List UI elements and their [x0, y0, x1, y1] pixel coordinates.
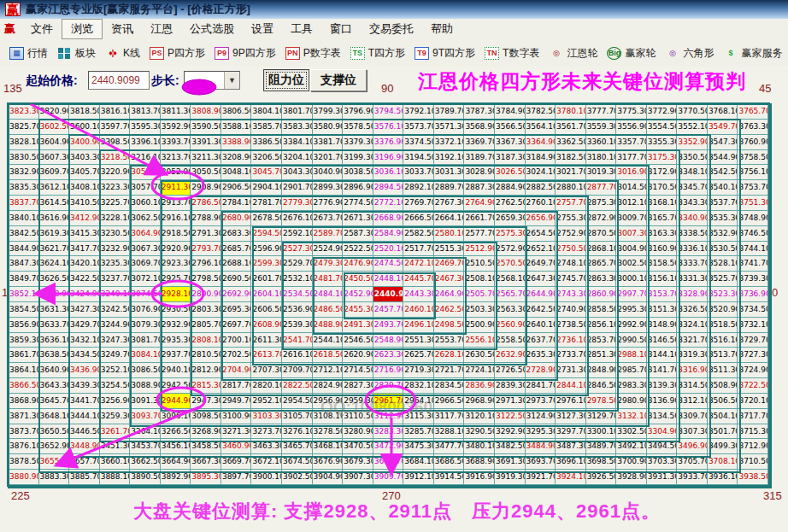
grid-cell-r4c25: 3758.50 [738, 150, 768, 166]
menu-item-文件[interactable]: 文件 [22, 20, 62, 38]
toolbar-item-T数字表[interactable]: TNT数字表 [485, 46, 539, 61]
grid-cell-r8c2: 3616.90 [39, 211, 70, 226]
step-dropdown[interactable]: ▼ [184, 71, 240, 90]
grid-cell-r14c1: 3854.50 [9, 302, 39, 318]
grid-cell-r14c18: 2642.50 [526, 302, 556, 318]
grid-cell-r21c23: 3309.70 [677, 409, 708, 424]
grid-cell-r18c5: 3086.50 [130, 363, 161, 378]
grid-cell-r20c12: 2959.30 [343, 394, 373, 409]
grid-cell-r22c17: 3292.90 [495, 424, 526, 440]
winner-service-icon: $ [723, 47, 738, 60]
grid-cell-r7c14: 2769.70 [403, 196, 434, 211]
menu-item-帮助[interactable]: 帮助 [422, 20, 462, 38]
grid-cell-r13c22: 3153.70 [647, 287, 678, 302]
grid-cell-r24c15: 3686.50 [434, 454, 465, 470]
grid-cell-r25c24: 3936.10 [708, 470, 738, 485]
grid-cell-r24c10: 3674.50 [282, 454, 313, 470]
toolbar-item-板块[interactable]: 板块 [57, 46, 96, 61]
menu-item-资讯[interactable]: 资讯 [103, 20, 142, 38]
grid-cell-r25c10: 3902.50 [282, 470, 313, 485]
grid-cell-r13c17: 2565.70 [495, 287, 526, 302]
grid-cell-r5c12: 3038.50 [343, 165, 373, 180]
chevron-down-icon[interactable]: ▼ [224, 72, 239, 89]
grid-cell-r8c14: 2666.50 [403, 211, 434, 226]
grid-cell-r18c13: 2716.90 [373, 363, 404, 378]
grid-cell-r13c18: 2644.90 [526, 287, 556, 302]
grid-cell-r5c4: 3220.90 [100, 165, 131, 180]
grid-cell-r1c12: 3796.90 [343, 104, 373, 120]
grid-cell-r4c14: 3194.50 [403, 150, 434, 166]
grid-cell-r18c25: 3724.90 [738, 363, 768, 378]
grid-cell-r3c6: 3393.70 [161, 135, 191, 150]
grid-cell-r16c11: 2544.10 [313, 333, 344, 348]
grid-cell-r8c18: 2656.90 [526, 211, 556, 226]
menu-item-工具[interactable]: 工具 [282, 20, 321, 38]
grid-cell-r1c24: 3768.10 [708, 104, 738, 120]
grid-cell-r13c1: 3852.10 [9, 287, 39, 302]
grid-cell-r7c12: 2774.50 [343, 196, 373, 211]
grid-cell-r1c25: 3765.70 [738, 104, 768, 120]
grid-cell-r12c5: 3072.10 [130, 272, 161, 287]
grid-cell-r14c22: 3151.30 [647, 302, 678, 318]
resistance-button[interactable]: 阻力位 [263, 69, 309, 91]
grid-cell-r3c25: 3760.90 [738, 135, 768, 150]
grid-cell-r10c22: 3160.90 [647, 242, 678, 257]
grid-cell-r25c7: 3895.30 [191, 470, 221, 485]
grid-cell-r23c24: 3499.30 [708, 439, 738, 454]
grid-cell-r21c18: 3124.90 [526, 409, 556, 424]
toolbar-item-label: 赢家轮 [625, 46, 656, 61]
grid-cell-r10c3: 3417.70 [69, 242, 100, 257]
grid-cell-r19c7: 2815.30 [191, 378, 221, 394]
grid-cell-r16c6: 2935.30 [161, 333, 191, 348]
grid-cell-r10c23: 3336.10 [677, 242, 708, 257]
toolbar-item-P数字表[interactable]: PNP数字表 [285, 46, 341, 61]
toolbar-item-K线[interactable]: ♦¦♦K线 [105, 46, 140, 61]
grid-cell-r1c22: 3772.90 [647, 104, 678, 120]
grid-cell-r1c21: 3775.30 [616, 104, 647, 120]
toolbar-item-9P四方形[interactable]: P99P四方形 [215, 46, 276, 61]
grid-cell-r19c12: 2827.30 [343, 378, 373, 394]
grid-cell-r1c6: 3811.30 [161, 104, 191, 120]
grid-cell-r17c13: 2623.30 [373, 348, 404, 363]
grid-cell-r2c23: 3552.10 [677, 120, 708, 135]
grid-cell-r8c9: 2678.50 [251, 211, 282, 226]
menu-item-交易委托[interactable]: 交易委托 [361, 20, 422, 38]
time-square-icon: TS [350, 47, 365, 60]
grid-cell-r15c9: 2608.90 [251, 318, 282, 333]
toolbar-item-赢家轮[interactable]: Big赢家轮 [607, 46, 656, 61]
grid-cell-r12c6: 2925.70 [161, 272, 191, 287]
toolbar-item-P四方形[interactable]: PSP四方形 [150, 46, 205, 61]
start-price-input[interactable] [88, 71, 150, 90]
grid-cell-r3c22: 3355.30 [647, 135, 678, 150]
menu-item-浏览[interactable]: 浏览 [62, 19, 103, 39]
grid-cell-r12c8: 2690.50 [221, 272, 252, 287]
toolbar-item-T四方形[interactable]: TST四方形 [350, 46, 405, 61]
grid-cell-r18c2: 3640.90 [39, 363, 70, 378]
grid-cell-r6c12: 2896.90 [343, 180, 373, 196]
grid-cell-r17c3: 3434.50 [69, 348, 100, 363]
grid-cell-r10c16: 2512.90 [464, 242, 495, 257]
grid-cell-r3c5: 3396.10 [130, 135, 161, 150]
grid-cell-r13c23: 3328.90 [677, 287, 708, 302]
menu-item-窗口[interactable]: 窗口 [321, 20, 361, 38]
grid-cell-r1c10: 3801.70 [282, 104, 313, 120]
grid-cell-r10c24: 3530.50 [708, 242, 738, 257]
toolbar-item-六角形[interactable]: ◎六角形 [665, 46, 714, 61]
grid-cell-r21c12: 3110.50 [343, 409, 373, 424]
support-button[interactable]: 支撑位 [310, 69, 367, 91]
toolbar-item-label: 9T四方形 [432, 46, 475, 61]
menu-item-公式选股[interactable]: 公式选股 [181, 20, 243, 38]
toolbar-item-9T四方形[interactable]: T99T四方形 [415, 46, 475, 61]
grid-cell-r14c8: 2695.30 [221, 302, 252, 318]
grid-cell-r9c14: 2582.50 [403, 226, 434, 242]
toolbar-item-赢家服务[interactable]: $赢家服务 [723, 46, 782, 61]
toolbar-item-行情[interactable]: ▦行情 [9, 46, 48, 61]
grid-cell-r24c2: 3655.30 [39, 454, 70, 470]
grid-cell-r4c20: 3180.10 [586, 150, 617, 166]
grid-cell-r2c12: 3578.50 [343, 120, 373, 135]
grid-cell-r12c13: 2448.10 [373, 272, 404, 287]
menu-item-设置[interactable]: 设置 [243, 20, 282, 38]
toolbar-item-江恩轮[interactable]: ◎江恩轮 [549, 46, 597, 61]
menu-item-江恩[interactable]: 江恩 [142, 20, 181, 38]
grid-cell-r16c12: 2546.50 [343, 333, 373, 348]
